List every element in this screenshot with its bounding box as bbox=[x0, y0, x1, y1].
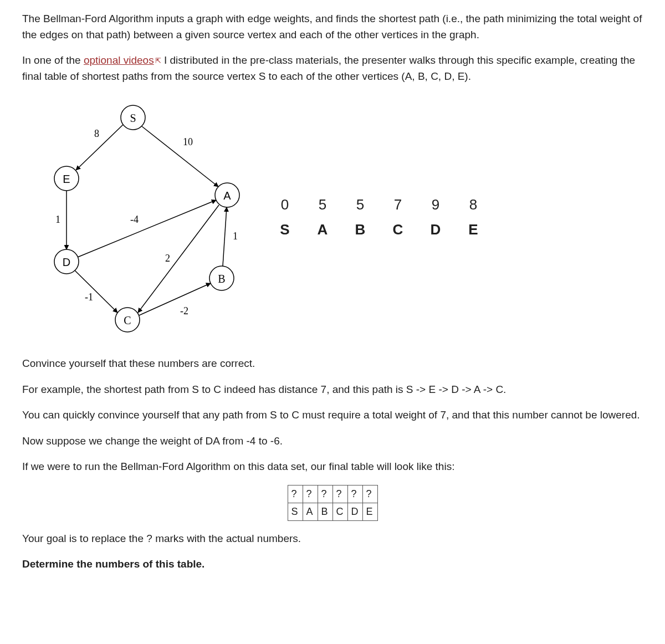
node-d: D bbox=[54, 249, 79, 274]
result-value: 0 bbox=[277, 194, 293, 216]
node-s: S bbox=[121, 105, 145, 130]
result-value: 7 bbox=[390, 194, 406, 216]
result-value: 5 bbox=[315, 194, 330, 216]
result-value: 8 bbox=[466, 194, 481, 216]
result-label: C bbox=[390, 219, 406, 241]
svg-text:C: C bbox=[124, 314, 131, 326]
result-label: B bbox=[352, 219, 368, 241]
svg-line-1 bbox=[142, 126, 218, 187]
node-e: E bbox=[54, 166, 79, 191]
weight-sa: 10 bbox=[183, 136, 193, 147]
svg-text:E: E bbox=[63, 173, 70, 185]
svg-text:A: A bbox=[223, 190, 231, 202]
svg-line-4 bbox=[138, 205, 219, 313]
result-value: 5 bbox=[352, 194, 368, 216]
weight-ba: 1 bbox=[233, 231, 238, 242]
paragraph-change: Now suppose we change the weight of DA f… bbox=[22, 433, 643, 449]
graph-diagram: S E A D B C 8 10 1 -4 2 1 -1 -2 bbox=[22, 95, 255, 339]
svg-text:B: B bbox=[218, 273, 225, 285]
question-cell: B bbox=[318, 503, 332, 520]
result-table: 0 5 5 7 9 8 S A B C D E bbox=[277, 191, 481, 244]
optional-videos-link[interactable]: optional videos bbox=[84, 54, 154, 66]
question-cell: S bbox=[288, 503, 303, 520]
question-table: ? ? ? ? ? ? S A B C D E bbox=[288, 485, 378, 521]
node-a: A bbox=[215, 183, 239, 207]
node-c: C bbox=[115, 308, 140, 332]
result-values-row: 0 5 5 7 9 8 bbox=[277, 194, 481, 216]
svg-text:D: D bbox=[63, 256, 70, 268]
question-cell: ? bbox=[332, 485, 347, 503]
question-cell: ? bbox=[303, 485, 318, 503]
paragraph-example: For example, the shortest path from S to… bbox=[22, 382, 643, 398]
weight-se: 8 bbox=[94, 128, 99, 139]
result-label: D bbox=[428, 219, 443, 241]
paragraph-convince2: You can quickly convince yourself that a… bbox=[22, 407, 643, 423]
intro-paragraph-2: In one of the optional videos⇱ I distrib… bbox=[22, 53, 643, 84]
paragraph-run: If we were to run the Bellman-Ford Algor… bbox=[22, 459, 643, 475]
paragraph-convince: Convince yourself that these numbers are… bbox=[22, 356, 643, 372]
diagram-row: S E A D B C 8 10 1 -4 2 1 -1 -2 bbox=[22, 95, 643, 339]
paragraph-determine: Determine the numbers of this table. bbox=[22, 556, 643, 573]
paragraph-goal: Your goal is to replace the ? marks with… bbox=[22, 531, 643, 547]
question-cell: A bbox=[303, 503, 318, 520]
weight-dc: -1 bbox=[85, 292, 93, 303]
result-value: 9 bbox=[428, 194, 443, 216]
svg-line-3 bbox=[78, 200, 216, 257]
svg-line-7 bbox=[139, 283, 211, 315]
weight-ac: 2 bbox=[165, 253, 170, 264]
weight-cb: -2 bbox=[180, 305, 188, 316]
result-label: S bbox=[277, 219, 293, 241]
svg-line-6 bbox=[75, 270, 117, 313]
result-labels-row: S A B C D E bbox=[277, 219, 481, 241]
svg-line-5 bbox=[223, 207, 227, 266]
svg-text:S: S bbox=[130, 112, 136, 124]
weight-da: -4 bbox=[130, 214, 139, 225]
external-link-icon: ⇱ bbox=[155, 55, 161, 67]
question-cell: ? bbox=[288, 485, 303, 503]
weight-ed: 1 bbox=[55, 214, 60, 225]
question-cell: ? bbox=[347, 485, 362, 503]
question-cell: ? bbox=[362, 485, 377, 503]
result-label: A bbox=[315, 219, 330, 241]
node-b: B bbox=[209, 266, 234, 290]
question-cell: C bbox=[332, 503, 347, 520]
question-cell: ? bbox=[318, 485, 332, 503]
svg-line-0 bbox=[76, 124, 124, 170]
question-row-values: ? ? ? ? ? ? bbox=[288, 485, 377, 503]
question-row-labels: S A B C D E bbox=[288, 503, 377, 520]
intro-paragraph-1: The Bellman-Ford Algorithm inputs a grap… bbox=[22, 11, 643, 43]
question-cell: D bbox=[347, 503, 362, 520]
result-label: E bbox=[466, 219, 481, 241]
question-cell: E bbox=[362, 503, 377, 520]
